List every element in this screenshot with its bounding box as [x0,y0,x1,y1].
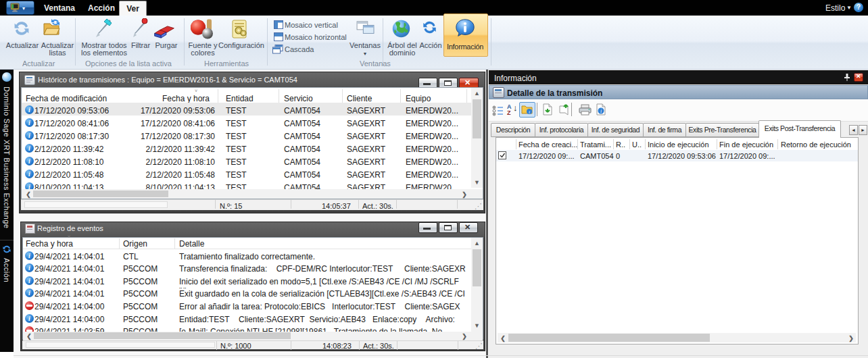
svg-text:i: i [600,108,602,114]
svg-text:i: i [529,109,530,115]
